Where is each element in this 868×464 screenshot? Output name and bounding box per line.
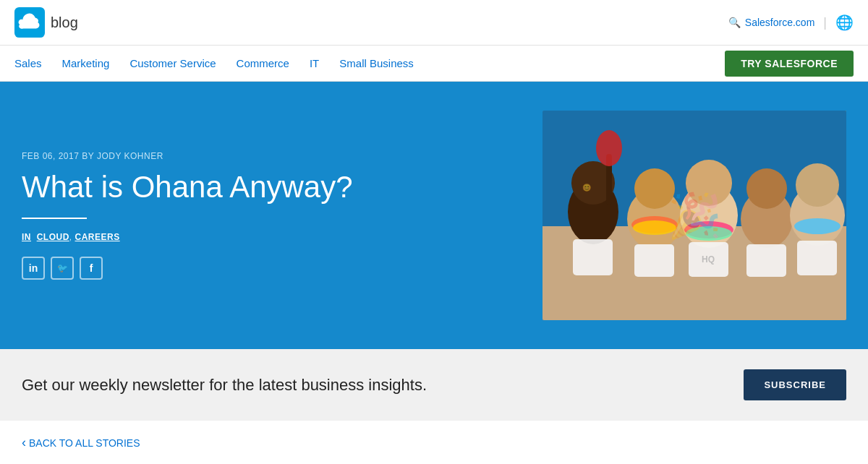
linkedin-button[interactable]: in — [22, 257, 45, 280]
twitter-button[interactable]: 🐦 — [51, 257, 74, 280]
hero-author: JODY KOHNER — [97, 151, 163, 161]
svg-point-6 — [634, 168, 675, 209]
svg-rect-21 — [634, 244, 674, 277]
header-right: 🔍 Salesforce.com | 🌐 — [728, 14, 854, 31]
nav-item-it[interactable]: IT — [310, 47, 319, 80]
nav-item-small-business[interactable]: Small Business — [339, 47, 414, 80]
social-icons: in 🐦 f — [22, 257, 369, 280]
hero-image-placeholder: HQ 😊 — [542, 111, 846, 320]
back-link[interactable]: BACK TO ALL STORIES — [22, 435, 846, 450]
nav-item-commerce[interactable]: Commerce — [237, 47, 289, 80]
nav-item-sales[interactable]: Sales — [14, 47, 42, 80]
globe-icon[interactable]: 🌐 — [835, 14, 854, 31]
logo-area: blog — [14, 7, 78, 38]
hero-author-prefix: BY — [82, 151, 94, 161]
hero-image: HQ 😊 — [542, 111, 846, 320]
try-salesforce-button[interactable]: TRY SALESFORCE — [725, 51, 854, 77]
hero-date: FEB 06, 2017 — [22, 151, 79, 161]
article-section: BACK TO ALL STORIES If you've been follo… — [0, 421, 868, 464]
twitter-icon: 🐦 — [57, 263, 68, 273]
hero-meta: FEB 06, 2017 BY JODY KOHNER — [22, 151, 369, 161]
svg-rect-23 — [746, 244, 786, 277]
svg-point-19 — [596, 130, 622, 166]
nav-links: Sales Marketing Customer Service Commerc… — [14, 47, 414, 80]
blog-label: blog — [51, 14, 78, 31]
hero-content: FEB 06, 2017 BY JODY KOHNER What is Ohan… — [22, 151, 398, 280]
salesforce-link[interactable]: Salesforce.com — [745, 17, 814, 28]
svg-text:😊: 😊 — [582, 183, 592, 192]
facebook-button[interactable]: f — [80, 257, 103, 280]
search-icon[interactable]: 🔍 — [728, 17, 741, 28]
search-icon-area[interactable]: 🔍 Salesforce.com — [728, 17, 814, 28]
facebook-icon: f — [90, 262, 93, 274]
category2-link[interactable]: CAREERS — [75, 232, 120, 242]
svg-point-10 — [746, 168, 787, 209]
nav-item-marketing[interactable]: Marketing — [62, 47, 110, 80]
hero-categories: IN CLOUD, CAREERS — [22, 232, 369, 242]
nav-item-customer-service[interactable]: Customer Service — [129, 47, 216, 80]
hero-section: FEB 06, 2017 BY JODY KOHNER What is Ohan… — [0, 82, 868, 349]
svg-point-14 — [633, 220, 676, 235]
categories-prefix: IN — [22, 232, 31, 242]
header-top: blog 🔍 Salesforce.com | 🌐 — [0, 0, 868, 46]
newsletter-text: Get our weekly newsletter for the latest… — [22, 376, 427, 395]
svg-point-12 — [796, 163, 839, 207]
hero-divider — [22, 218, 87, 219]
svg-rect-20 — [573, 239, 613, 275]
svg-point-16 — [686, 226, 732, 241]
category1-link[interactable]: CLOUD — [37, 232, 69, 242]
hero-svg: HQ 😊 — [542, 111, 846, 320]
svg-point-17 — [794, 218, 841, 234]
nav-bar: Sales Marketing Customer Service Commerc… — [0, 46, 868, 82]
newsletter-section: Get our weekly newsletter for the latest… — [0, 349, 868, 421]
divider: | — [823, 15, 827, 30]
subscribe-button[interactable]: SUBSCRIBE — [744, 369, 846, 400]
linkedin-icon: in — [29, 262, 38, 274]
svg-point-8 — [686, 160, 732, 206]
svg-text:HQ: HQ — [702, 254, 715, 265]
salesforce-logo[interactable] — [14, 7, 45, 38]
hero-title: What is Ohana Anyway? — [22, 170, 369, 205]
svg-rect-24 — [797, 241, 837, 275]
